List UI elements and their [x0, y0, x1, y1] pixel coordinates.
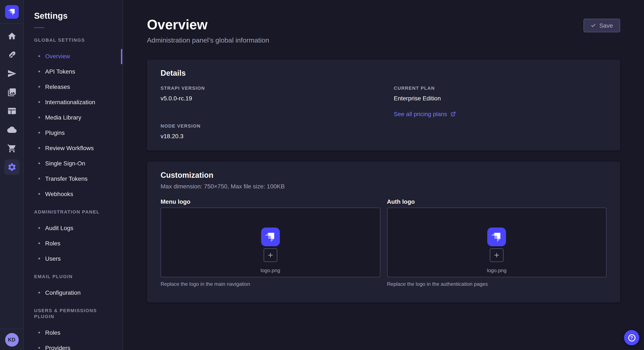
add-auth-logo-button[interactable]	[490, 248, 504, 262]
subnav-sections: GLOBAL SETTINGSOverviewAPI TokensRelease…	[24, 37, 123, 350]
sidebar-item-label: Review Workflows	[45, 145, 94, 151]
strapi-version-value: v5.0.0-rc.19	[160, 94, 373, 103]
images-icon[interactable]	[4, 85, 20, 100]
main-content: Overview Administration panel’s global i…	[123, 0, 644, 350]
sidebar-item-providers[interactable]: Providers	[24, 340, 123, 350]
sidebar-item-roles[interactable]: Roles	[24, 236, 123, 251]
bullet-icon	[38, 132, 40, 134]
sidebar-item-releases[interactable]: Releases	[24, 79, 123, 94]
sidebar-item-label: Users	[45, 255, 61, 262]
menu-logo-hint: Replace the logo in the main navigation	[160, 281, 380, 287]
settings-subnav: Settings GLOBAL SETTINGSOverviewAPI Toke…	[24, 0, 123, 350]
subnav-scrollbar-thumb[interactable]	[121, 49, 122, 64]
sidebar-item-audit-logs[interactable]: Audit Logs	[24, 220, 123, 236]
help-button[interactable]: ?	[624, 330, 639, 345]
auth-logo-filename: logo.png	[487, 268, 506, 273]
feather-icon[interactable]	[4, 47, 20, 62]
page-title: Overview	[147, 16, 269, 33]
sidebar-item-users[interactable]: Users	[24, 251, 123, 266]
details-card: Details STRAPI VERSION v5.0.0-rc.19 NODE…	[147, 59, 620, 151]
menu-logo-dropzone[interactable]: logo.png	[160, 207, 380, 277]
sidebar-item-single-sign-on[interactable]: Single Sign-On	[24, 156, 123, 171]
sidebar-item-roles[interactable]: Roles	[24, 325, 123, 340]
plus-icon	[494, 252, 500, 259]
bullet-icon	[38, 86, 40, 88]
sidebar-item-plugins[interactable]: Plugins	[24, 125, 123, 140]
sidebar-item-label: Overview	[45, 53, 70, 59]
menu-logo-label: Menu logo	[160, 197, 380, 206]
rail-logo-section[interactable]	[0, 0, 24, 24]
customization-card-subtitle: Max dimension: 750×750, Max file size: 1…	[160, 183, 606, 190]
bullet-icon	[38, 71, 40, 72]
nav-rail: KD	[0, 0, 24, 350]
sidebar-item-configuration[interactable]: Configuration	[24, 285, 123, 300]
settings-gear-icon[interactable]	[4, 160, 20, 175]
subnav-section-label: GLOBAL SETTINGS	[34, 37, 112, 43]
customization-card: Customization Max dimension: 750×750, Ma…	[147, 162, 620, 302]
rail-icon-nav	[0, 24, 24, 329]
sidebar-item-internationalization[interactable]: Internationalization	[24, 94, 123, 110]
rail-bottom-section: KD	[0, 329, 24, 350]
subnav-section: EMAIL PLUGINConfiguration	[24, 273, 123, 300]
strapi-version-field: STRAPI VERSION v5.0.0-rc.19	[160, 85, 373, 103]
bullet-icon	[38, 347, 40, 349]
plus-icon	[267, 252, 274, 259]
page-header: Overview Administration panel’s global i…	[147, 16, 620, 44]
send-icon[interactable]	[4, 66, 20, 81]
subnav-section: GLOBAL SETTINGSOverviewAPI TokensRelease…	[24, 37, 123, 201]
pricing-plans-link[interactable]: See all pricing plans	[394, 111, 456, 117]
node-version-value: v18.20.3	[160, 132, 373, 140]
menu-logo-upload: Menu logo logo.png	[160, 197, 380, 287]
current-plan-field: CURRENT PLAN Enterprise Edition	[394, 85, 606, 103]
current-plan-value: Enterprise Edition	[394, 94, 606, 103]
bullet-icon	[38, 292, 40, 293]
bullet-icon	[38, 332, 40, 334]
details-card-title: Details	[160, 68, 606, 78]
pricing-plans-link-label: See all pricing plans	[394, 111, 447, 117]
app-window: KD Settings GLOBAL SETTINGSOverviewAPI T…	[0, 0, 644, 350]
sidebar-item-transfer-tokens[interactable]: Transfer Tokens	[24, 171, 123, 186]
bullet-icon	[38, 258, 40, 259]
question-circle-icon: ?	[628, 334, 635, 341]
auth-logo-label: Auth logo	[387, 197, 606, 206]
sidebar-item-label: Webhooks	[45, 190, 73, 197]
sidebar-item-label: Internationalization	[45, 99, 95, 105]
avatar[interactable]: KD	[5, 333, 18, 347]
save-button-label: Save	[599, 22, 613, 29]
sidebar-item-label: Single Sign-On	[45, 160, 85, 167]
external-link-icon	[451, 111, 456, 117]
sidebar-item-label: Transfer Tokens	[45, 175, 88, 182]
sidebar-item-label: Roles	[45, 329, 60, 336]
sidebar-item-label: Configuration	[45, 289, 81, 296]
cloud-icon[interactable]	[4, 122, 20, 137]
subnav-section-label: USERS & PERMISSIONS PLUGIN	[34, 308, 112, 319]
sidebar-item-webhooks[interactable]: Webhooks	[24, 186, 123, 201]
save-button[interactable]: Save	[584, 19, 620, 32]
sidebar-item-label: Plugins	[45, 129, 65, 136]
add-menu-logo-button[interactable]	[264, 248, 277, 262]
auth-logo-dropzone[interactable]: logo.png	[387, 207, 606, 277]
node-version-label: NODE VERSION	[160, 123, 373, 129]
logo-uploads: Menu logo logo.png	[160, 197, 606, 287]
auth-logo-hint: Replace the logo in the authentication p…	[387, 281, 606, 287]
strapi-logo	[5, 5, 18, 18]
details-left-column: STRAPI VERSION v5.0.0-rc.19 NODE VERSION…	[160, 85, 373, 140]
bullet-icon	[38, 55, 40, 57]
subnav-section-label: ADMINISTRATION PANEL	[34, 209, 112, 215]
layout-icon[interactable]	[4, 103, 20, 119]
home-icon[interactable]	[4, 28, 20, 44]
bullet-icon	[38, 178, 40, 179]
cart-icon[interactable]	[4, 141, 20, 156]
page-subtitle: Administration panel’s global informatio…	[147, 37, 269, 44]
sidebar-item-overview[interactable]: Overview	[24, 48, 123, 64]
sidebar-item-api-tokens[interactable]: API Tokens	[24, 64, 123, 79]
subnav-section: USERS & PERMISSIONS PLUGINRolesProviders	[24, 308, 123, 350]
auth-logo-upload: Auth logo logo.png	[387, 197, 606, 287]
sidebar-item-media-library[interactable]: Media Library	[24, 110, 123, 125]
strapi-logo-preview	[488, 227, 506, 246]
sidebar-item-review-workflows[interactable]: Review Workflows	[24, 140, 123, 156]
bullet-icon	[38, 193, 40, 195]
details-grid: STRAPI VERSION v5.0.0-rc.19 NODE VERSION…	[160, 85, 606, 140]
sidebar-item-label: Media Library	[45, 114, 81, 121]
strapi-version-label: STRAPI VERSION	[160, 85, 373, 91]
